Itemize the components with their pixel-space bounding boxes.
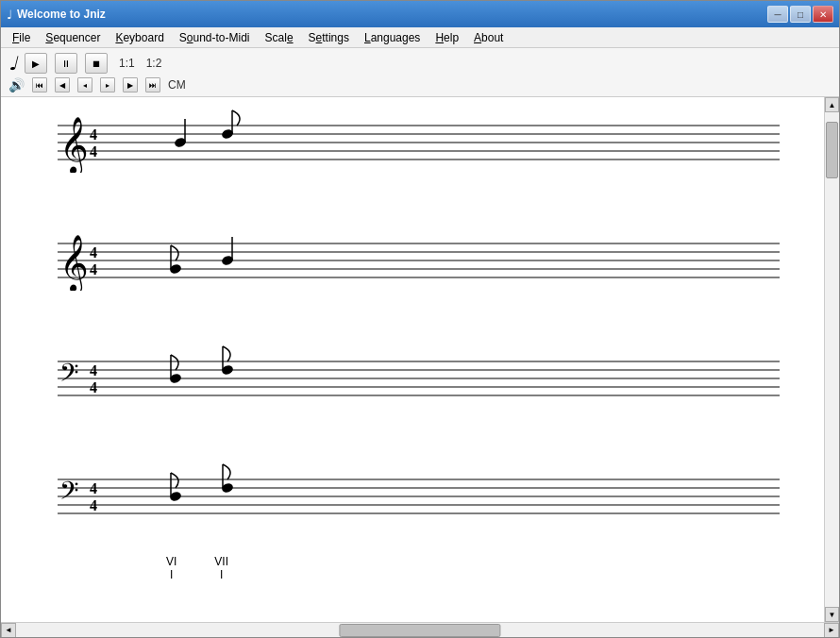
- position-1: 1:1: [119, 57, 135, 70]
- label-vi: VI I: [166, 555, 176, 581]
- play-button[interactable]: ▶: [25, 53, 47, 74]
- scroll-up-button[interactable]: ▲: [825, 97, 839, 112]
- staff-treble-2: 𝄞 4 4: [10, 225, 784, 291]
- svg-text:4: 4: [90, 261, 97, 277]
- title-bar: ♩ Welcome to Jniz ─ □ ✕: [1, 1, 839, 27]
- menu-file[interactable]: File: [5, 29, 38, 46]
- toolbar-row-2: 🔊 ⏮ ◀ ◂ ▸ ▶ ⏭ CM: [8, 77, 832, 92]
- svg-text:4: 4: [90, 126, 97, 143]
- position-2: 1:2: [146, 57, 162, 70]
- scroll-left-button[interactable]: ◄: [1, 623, 16, 638]
- note-icon: ♩: [8, 52, 17, 75]
- main-panel: ♩ ▶ ⏸ ⏹ 1:1 1:2 🔊 ⏮ ◀ ◂ ▸ ▶ ⏭ CM: [1, 48, 839, 637]
- staff-group-4: 𝄢 4 4: [10, 461, 815, 527]
- vertical-scrollbar[interactable]: ▲ ▼: [824, 97, 839, 622]
- nav-prev[interactable]: ◂: [77, 77, 92, 92]
- svg-text:4: 4: [90, 497, 97, 513]
- label-vi-text: VI: [166, 555, 176, 568]
- menu-sound-to-midi[interactable]: Sound-to-Midi: [172, 29, 258, 46]
- svg-text:4: 4: [90, 244, 97, 260]
- title-buttons: ─ □ ✕: [767, 6, 833, 23]
- scroll-down-button[interactable]: ▼: [825, 607, 839, 622]
- maximize-button[interactable]: □: [790, 6, 811, 23]
- nav-start[interactable]: ⏮: [32, 77, 47, 92]
- svg-text:4: 4: [90, 362, 97, 378]
- staff-group-2: 𝄞 4 4: [10, 225, 815, 291]
- volume-icon: 🔊: [8, 77, 25, 92]
- menu-scale[interactable]: Scale: [258, 29, 301, 46]
- label-vii-sub: I: [220, 568, 223, 581]
- app-icon: ♩: [7, 8, 12, 22]
- svg-text:4: 4: [90, 143, 97, 160]
- main-window: ♩ Welcome to Jniz ─ □ ✕ File Sequencer K…: [0, 0, 840, 638]
- staff-treble-1: 𝄞 4 4: [10, 107, 784, 173]
- menu-bar: File Sequencer Keyboard Sound-to-Midi Sc…: [1, 27, 839, 48]
- svg-text:4: 4: [90, 480, 97, 496]
- staff-group-3: 𝄢 4 4: [10, 343, 815, 409]
- labels-row: VI I VII I: [10, 555, 815, 581]
- horizontal-scrollbar[interactable]: ◄ ►: [1, 622, 839, 637]
- content-area: ♩ ▶ ⏸ ⏹ 1:1 1:2 🔊 ⏮ ◀ ◂ ▸ ▶ ⏭ CM: [1, 48, 839, 637]
- menu-settings[interactable]: Settings: [301, 29, 357, 46]
- stop-button[interactable]: ⏹: [85, 53, 108, 74]
- scroll-track-vertical[interactable]: [825, 112, 839, 607]
- menu-keyboard[interactable]: Keyboard: [108, 29, 171, 46]
- scroll-thumb-horizontal[interactable]: [339, 624, 500, 637]
- nav-next-bar[interactable]: ▶: [123, 77, 138, 92]
- label-vii: VII I: [214, 555, 228, 581]
- toolbar: ♩ ▶ ⏸ ⏹ 1:1 1:2 🔊 ⏮ ◀ ◂ ▸ ▶ ⏭ CM: [1, 48, 839, 97]
- menu-about[interactable]: About: [466, 29, 511, 46]
- nav-next[interactable]: ▸: [100, 77, 115, 92]
- pause-button[interactable]: ⏸: [55, 53, 77, 74]
- label-vi-sub: I: [170, 568, 173, 581]
- scroll-track-horizontal[interactable]: [16, 623, 824, 638]
- window-title: Welcome to Jniz: [17, 8, 106, 21]
- label-vii-text: VII: [214, 555, 228, 568]
- menu-help[interactable]: Help: [428, 29, 466, 46]
- menu-languages[interactable]: Languages: [357, 29, 428, 46]
- menu-sequencer[interactable]: Sequencer: [38, 29, 108, 46]
- scroll-thumb-vertical[interactable]: [826, 122, 838, 178]
- svg-text:𝄞: 𝄞: [59, 117, 89, 173]
- close-button[interactable]: ✕: [813, 6, 833, 23]
- svg-text:𝄞: 𝄞: [59, 235, 89, 291]
- title-bar-left: ♩ Welcome to Jniz: [7, 8, 106, 22]
- staff-bass-1: 𝄢 4 4: [10, 343, 784, 409]
- svg-text:𝄢: 𝄢: [59, 359, 79, 393]
- toolbar-row-1: ♩ ▶ ⏸ ⏹ 1:1 1:2: [8, 52, 832, 75]
- svg-text:𝄢: 𝄢: [59, 477, 79, 511]
- key-display: CM: [168, 78, 186, 92]
- svg-text:4: 4: [90, 379, 97, 395]
- score-container[interactable]: 𝄞 4 4: [1, 97, 824, 622]
- staff-group-1: 𝄞 4 4: [10, 107, 815, 173]
- nav-end[interactable]: ⏭: [145, 77, 160, 92]
- staff-bass-2: 𝄢 4 4: [10, 461, 784, 527]
- nav-prev-bar[interactable]: ◀: [55, 77, 70, 92]
- scroll-right-button[interactable]: ►: [824, 623, 839, 638]
- minimize-button[interactable]: ─: [767, 6, 788, 23]
